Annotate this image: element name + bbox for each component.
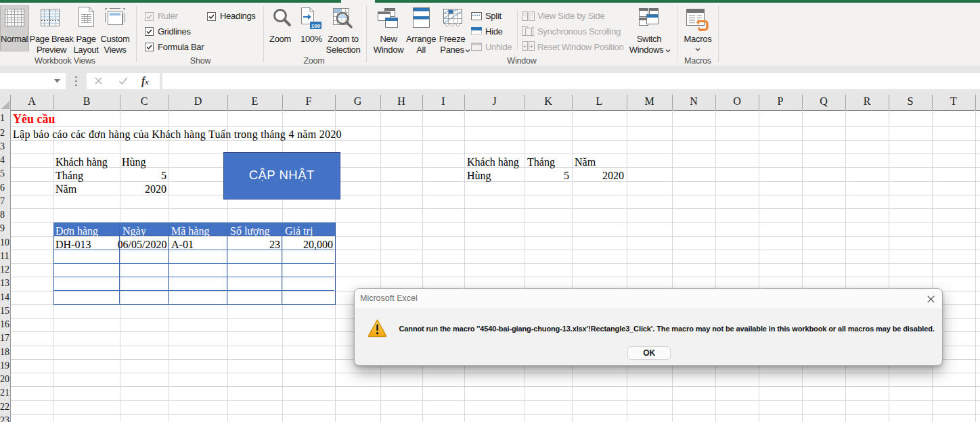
svg-text:100: 100: [311, 23, 321, 29]
